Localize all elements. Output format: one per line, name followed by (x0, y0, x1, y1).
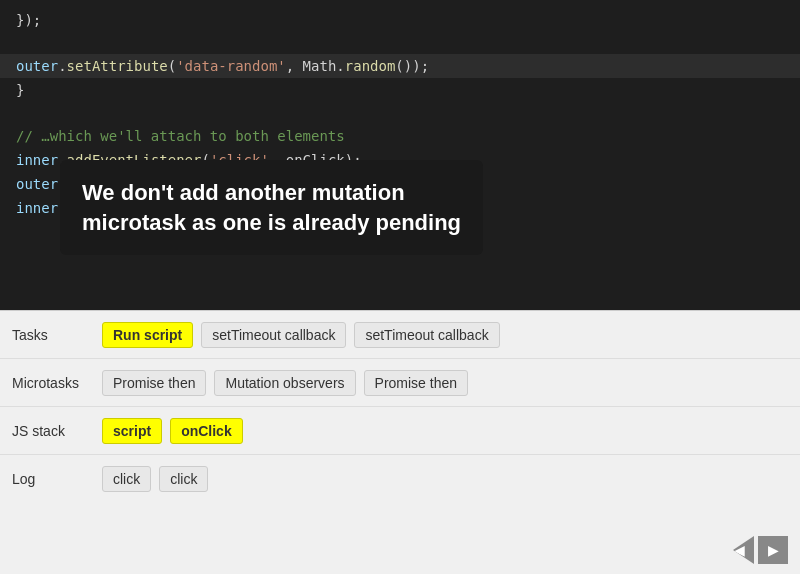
jsstack-label: JS stack (12, 423, 102, 439)
code-editor: }); outer.setAttribute('data-random', Ma… (0, 0, 800, 310)
log-click-1: click (102, 466, 151, 492)
code-line-blank (0, 32, 800, 54)
nav-arrows: ◀ ▶ (724, 536, 788, 564)
microtasks-row: Microtasks Promise then Mutation observe… (0, 359, 800, 407)
nav-back-button[interactable]: ◀ (724, 536, 754, 564)
task-settimeout-1: setTimeout callback (201, 322, 346, 348)
code-line-setattr: outer.setAttribute('data-random', Math.r… (0, 54, 800, 78)
nav-forward-button[interactable]: ▶ (758, 536, 788, 564)
log-label: Log (12, 471, 102, 487)
code-line-1: }); (0, 8, 800, 32)
stack-onclick: onClick (170, 418, 243, 444)
jsstack-items: script onClick (102, 418, 243, 444)
microtasks-label: Microtasks (12, 375, 102, 391)
tasks-label: Tasks (12, 327, 102, 343)
log-click-2: click (159, 466, 208, 492)
microtask-promise-1: Promise then (102, 370, 206, 396)
tasks-items: Run script setTimeout callback setTimeou… (102, 322, 500, 348)
main-container: }); outer.setAttribute('data-random', Ma… (0, 0, 800, 574)
code-text: }); (16, 9, 41, 31)
tooltip-text: We don't add another mutationmicrotask a… (82, 180, 461, 235)
log-items: click click (102, 466, 208, 492)
task-settimeout-2: setTimeout callback (354, 322, 499, 348)
back-icon: ◀ (734, 542, 745, 558)
task-run-script: Run script (102, 322, 193, 348)
microtasks-items: Promise then Mutation observers Promise … (102, 370, 468, 396)
forward-icon: ▶ (768, 542, 779, 558)
bottom-panel: Tasks Run script setTimeout callback set… (0, 310, 800, 574)
microtask-mutation: Mutation observers (214, 370, 355, 396)
microtask-promise-2: Promise then (364, 370, 468, 396)
stack-script: script (102, 418, 162, 444)
tasks-row: Tasks Run script setTimeout callback set… (0, 311, 800, 359)
code-line-brace: } (0, 78, 800, 102)
code-line-blank2 (0, 102, 800, 124)
log-row: Log click click (0, 455, 800, 503)
tooltip: We don't add another mutationmicrotask a… (60, 160, 483, 255)
jsstack-row: JS stack script onClick (0, 407, 800, 455)
code-line-comment: // …which we'll attach to both elements (0, 124, 800, 148)
